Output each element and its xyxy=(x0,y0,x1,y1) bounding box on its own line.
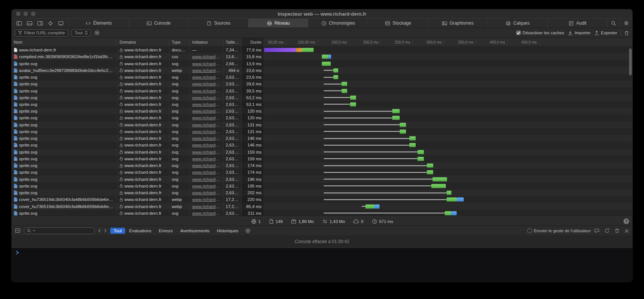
initiator-link[interactable]: www.richard-d… xyxy=(192,102,221,107)
previous-result-icon[interactable] xyxy=(98,229,101,233)
minimize-button[interactable] xyxy=(23,12,28,16)
table-row[interactable]: sprite.svgwww.richard-dern.frsvgwww.rich… xyxy=(12,155,632,162)
initiator-link[interactable]: www.richard-d… xyxy=(192,54,221,59)
initiator-link[interactable]: www.richard-d… xyxy=(192,204,221,209)
column-header-initiateur[interactable]: Initiateur xyxy=(190,38,223,46)
console-tab-avertissements[interactable]: Avertissements xyxy=(177,228,213,234)
clear-network-icon[interactable] xyxy=(624,31,629,35)
table-row[interactable]: sprite.svgwww.richard-dern.frsvgwww.rich… xyxy=(12,176,632,182)
settings-button[interactable] xyxy=(620,19,632,28)
table-row[interactable]: sprite.svgwww.richard-dern.frsvgwww.rich… xyxy=(12,142,632,148)
table-row[interactable]: avatar_hu85ecc3e298728880b0bde2dcc4e5c23… xyxy=(12,67,632,74)
initiator-link[interactable]: www.richard-d… xyxy=(192,177,221,182)
initiator-link[interactable]: www.richard-d… xyxy=(192,116,221,120)
table-row[interactable]: sprite.svgwww.richard-dern.frsvgwww.rich… xyxy=(12,135,632,142)
show-console-tab-icon[interactable] xyxy=(594,228,600,233)
toggle-bottom-panel-icon[interactable] xyxy=(27,21,32,26)
console-search-field[interactable] xyxy=(24,227,95,234)
initiator-link[interactable]: www.richard-d… xyxy=(192,89,221,93)
type-filter-dropdown[interactable]: Tout xyxy=(72,29,91,37)
tab-storage[interactable]: Stockage xyxy=(368,19,428,28)
initiator-link[interactable]: www.richard-d… xyxy=(192,62,221,66)
import-button[interactable]: Importer xyxy=(568,31,591,35)
tab-layers[interactable]: Calques xyxy=(488,19,548,28)
console-tab-historiques[interactable]: Historiques xyxy=(213,228,242,234)
console-filter-options-icon[interactable] xyxy=(245,228,251,233)
initiator-link[interactable]: www.richard-d… xyxy=(192,68,221,73)
table-row[interactable]: cover_hu736519dc3b5040cfa48b6b559b6de6ec… xyxy=(12,196,632,203)
toggle-right-sidebar-icon[interactable] xyxy=(37,21,43,26)
close-button[interactable] xyxy=(16,12,20,16)
table-row[interactable]: sprite.svgwww.richard-dern.frsvgwww.rich… xyxy=(12,169,632,176)
expand-console-icon[interactable] xyxy=(624,229,629,233)
tab-audit[interactable]: Audit xyxy=(547,19,607,28)
table-row[interactable]: sprite.svgwww.richard-dern.frsvgwww.rich… xyxy=(12,189,632,196)
tab-elements[interactable]: Éléments xyxy=(69,19,129,28)
table-row[interactable]: sprite.svgwww.richard-dern.frsvgwww.rich… xyxy=(12,114,632,121)
reload-icon[interactable] xyxy=(605,228,610,233)
toggle-left-sidebar-icon[interactable] xyxy=(16,21,22,26)
table-row[interactable]: sprite.svgwww.richard-dern.frsvgwww.rich… xyxy=(12,94,632,101)
console-scope-icon[interactable] xyxy=(15,228,20,233)
table-row[interactable]: sprite.svgwww.richard-dern.frsvgwww.rich… xyxy=(12,108,632,114)
zoom-button[interactable] xyxy=(31,12,35,16)
initiator-link[interactable]: www.richard-d… xyxy=(192,129,221,134)
table-row[interactable]: sprite.svgwww.richard-dern.frsvgwww.rich… xyxy=(12,87,632,94)
tab-network[interactable]: Réseau xyxy=(248,19,308,28)
next-result-icon[interactable] xyxy=(104,229,107,233)
initiator-link[interactable]: www.richard-d… xyxy=(192,184,221,188)
type-filter-value: Tout xyxy=(74,31,83,35)
filter-options-icon[interactable] xyxy=(94,30,100,35)
tab-sources[interactable]: Sources xyxy=(188,19,248,28)
column-header-type[interactable]: Type xyxy=(169,38,190,46)
table-row[interactable]: www.richard-dern.frwww.richard-dern.frdo… xyxy=(12,47,632,53)
initiator-link[interactable]: www.richard-d… xyxy=(192,170,221,174)
console-tab-erreurs[interactable]: Erreurs xyxy=(155,228,176,234)
table-row[interactable]: sprite.svgwww.richard-dern.frsvgwww.rich… xyxy=(12,128,632,135)
table-row[interactable]: sprite.svgwww.richard-dern.frsvgwww.rich… xyxy=(12,162,632,169)
disable-caches-checkbox[interactable]: Désactiver les caches xyxy=(516,31,564,35)
initiator-link[interactable]: www.richard-d… xyxy=(192,136,221,141)
initiator-link[interactable]: www.richard-d… xyxy=(192,157,221,161)
responsive-mode-icon[interactable] xyxy=(58,21,64,26)
emulate-user-gesture-checkbox[interactable]: Émuler le geste de l'utilisateur xyxy=(527,229,591,233)
table-row[interactable]: sprite.svgwww.richard-dern.frsvgwww.rich… xyxy=(12,149,632,155)
tab-graphics[interactable]: Graphismes xyxy=(428,19,488,28)
initiator-link[interactable]: www.richard-d… xyxy=(192,150,221,154)
initiator-link[interactable]: www.richard-d… xyxy=(192,123,221,127)
help-button[interactable]: ? xyxy=(624,218,629,224)
url-filter-input[interactable]: Filtrer l'URL complète xyxy=(15,29,68,37)
column-header-taille[interactable]: Taille… xyxy=(223,38,242,46)
initiator-link[interactable]: www.richard-d… xyxy=(192,75,221,79)
initiator-link[interactable]: www.richard-d… xyxy=(192,191,221,195)
table-row[interactable]: cover_hu736519dc3b5040cfa48b6b559b6de6ec… xyxy=(12,203,632,210)
initiator-link[interactable]: www.richard-d… xyxy=(192,211,221,215)
initiator-link[interactable]: www.richard-d… xyxy=(192,95,221,100)
table-row[interactable]: sprite.svgwww.richard-dern.frsvgwww.rich… xyxy=(12,210,632,217)
initiator-link[interactable]: www.richard-d… xyxy=(192,197,221,202)
table-row[interactable]: compiled.min.38390909f303624ed9e1cf1bd3f… xyxy=(12,53,632,60)
table-row[interactable]: sprite.svgwww.richard-dern.frsvgwww.rich… xyxy=(12,183,632,189)
table-scrollbar[interactable] xyxy=(629,48,632,75)
console-tab-tout[interactable]: Tout xyxy=(110,228,125,234)
clear-console-icon[interactable] xyxy=(615,228,619,233)
initiator-link[interactable]: www.richard-d… xyxy=(192,109,221,113)
table-row[interactable]: sprite.svgwww.richard-dern.frsvgwww.rich… xyxy=(12,122,632,128)
table-row[interactable]: sprite.svgwww.richard-dern.frsvgwww.rich… xyxy=(12,60,632,67)
tab-timelines[interactable]: Chronologies xyxy=(308,19,368,28)
table-row[interactable]: sprite.svgwww.richard-dern.frsvgwww.rich… xyxy=(12,74,632,81)
export-button[interactable]: Exporter xyxy=(594,31,617,35)
initiator-link[interactable]: www.richard-d… xyxy=(192,163,221,168)
tab-console[interactable]: Console xyxy=(129,19,188,28)
table-row[interactable]: sprite.svgwww.richard-dern.frsvgwww.rich… xyxy=(12,81,632,87)
column-header-nom[interactable]: Nom xyxy=(12,38,117,46)
initiator-link[interactable]: www.richard-d… xyxy=(192,143,221,147)
column-header-duree[interactable]: Durée xyxy=(242,38,264,46)
column-header-domaine[interactable]: Domaine xyxy=(117,38,169,46)
initiator-link[interactable]: www.richard-d… xyxy=(192,82,221,86)
console-tab-évaluations[interactable]: Évaluations xyxy=(126,228,155,234)
search-button[interactable] xyxy=(607,19,620,28)
table-row[interactable]: sprite.svgwww.richard-dern.frsvgwww.rich… xyxy=(12,101,632,108)
element-picker-icon[interactable] xyxy=(48,21,53,26)
console-prompt[interactable] xyxy=(12,248,632,257)
